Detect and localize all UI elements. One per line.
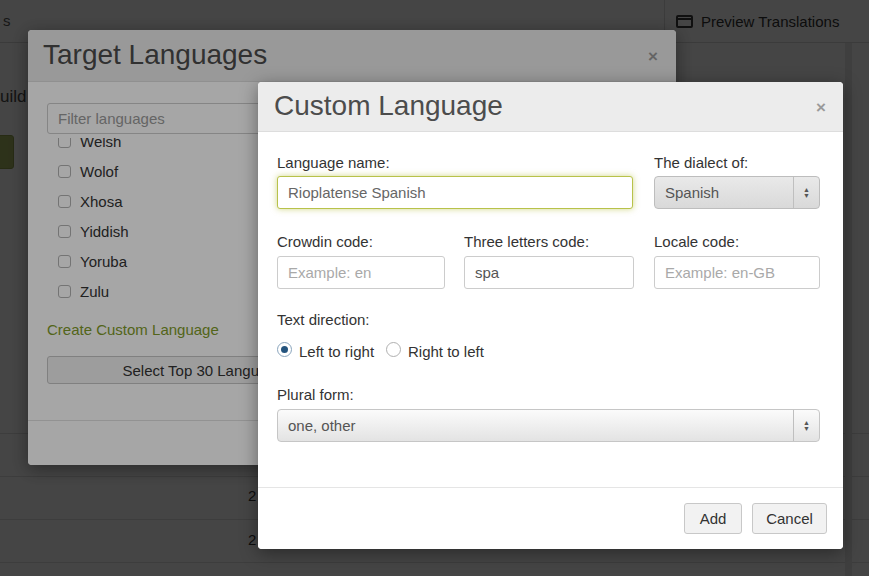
locale-code-input[interactable]	[654, 256, 820, 289]
plural-form-select[interactable]: one, other ▲▼	[277, 409, 820, 442]
language-name-input[interactable]	[277, 176, 633, 209]
cancel-button[interactable]: Cancel	[752, 503, 827, 534]
language-name-label: Language name:	[277, 154, 390, 171]
dialect-label: The dialect of:	[654, 154, 748, 171]
rtl-radio[interactable]	[386, 342, 401, 357]
text-direction-label: Text direction:	[277, 311, 370, 328]
plural-form-label: Plural form:	[277, 386, 354, 403]
locale-code-label: Locale code:	[654, 233, 739, 250]
custom-language-footer: Add Cancel	[258, 487, 843, 549]
crowdin-code-input[interactable]	[277, 256, 445, 289]
dialect-selected-value: Spanish	[655, 184, 793, 201]
ltr-radio-label: Left to right	[299, 343, 374, 360]
rtl-radio-label: Right to left	[408, 343, 484, 360]
three-letters-code-input[interactable]	[464, 256, 634, 289]
select-arrows-icon: ▲▼	[793, 177, 819, 208]
custom-language-modal: Custom Language × Language name: The dia…	[258, 82, 843, 549]
dialect-select[interactable]: Spanish ▲▼	[654, 176, 820, 209]
add-button[interactable]: Add	[684, 503, 742, 534]
crowdin-code-label: Crowdin code:	[277, 233, 373, 250]
ltr-radio[interactable]	[277, 342, 292, 357]
screen: Preview Translations s uild 2 2 Target L…	[0, 0, 869, 576]
custom-language-header: Custom Language ×	[258, 82, 843, 132]
three-letters-code-label: Three letters code:	[464, 233, 589, 250]
select-arrows-icon: ▲▼	[793, 410, 819, 441]
close-icon[interactable]: ×	[816, 99, 826, 116]
custom-language-title: Custom Language	[274, 90, 503, 122]
plural-form-selected-value: one, other	[278, 417, 793, 434]
